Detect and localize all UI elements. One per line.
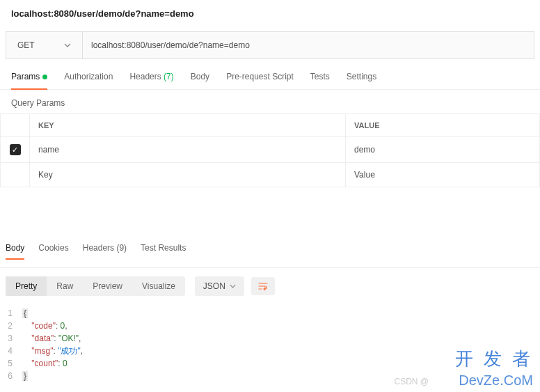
params-active-dot-icon <box>42 75 47 79</box>
request-tabs: Params Authorization Headers (7) Body Pr… <box>0 59 540 90</box>
line-number: 1 <box>0 307 22 320</box>
line-number: 2 <box>0 320 22 332</box>
http-method-label: GET <box>17 40 35 50</box>
checkbox-col-header <box>1 114 30 137</box>
tab-tests[interactable]: Tests <box>310 72 330 89</box>
wrap-lines-button[interactable] <box>251 277 275 295</box>
format-select[interactable]: JSON <box>195 276 244 296</box>
line-number: 5 <box>0 357 22 370</box>
request-title: localhost:8080/user/demo/de?name=demo <box>0 0 540 27</box>
resp-tab-test-results[interactable]: Test Results <box>141 243 186 259</box>
response-body-code[interactable]: 1{ 2 "code": 0, 3 "data": "OK!", 4 "msg"… <box>0 304 540 385</box>
resp-tab-headers[interactable]: Headers (9) <box>83 243 127 259</box>
value-column-header: VALUE <box>346 114 540 137</box>
key-column-header: KEY <box>30 114 346 137</box>
tab-authorization[interactable]: Authorization <box>64 72 113 89</box>
line-number: 3 <box>0 332 22 345</box>
row-checkbox[interactable]: ✓ <box>10 144 21 155</box>
view-pretty-button[interactable]: Pretty <box>6 276 47 296</box>
chevron-down-icon <box>230 284 236 288</box>
response-tabs: Body Cookies Headers (9) Test Results <box>0 243 540 268</box>
param-value-cell[interactable]: demo <box>346 137 540 163</box>
view-preview-button[interactable]: Preview <box>83 276 132 296</box>
body-toolbar: Pretty Raw Preview Visualize JSON <box>0 268 540 304</box>
tab-headers[interactable]: Headers (7) <box>129 72 173 89</box>
resp-tab-body[interactable]: Body <box>6 243 24 260</box>
line-number: 6 <box>0 370 22 382</box>
param-key-placeholder[interactable]: Key <box>30 163 346 187</box>
table-row-empty[interactable]: Key Value <box>1 163 540 187</box>
tab-body[interactable]: Body <box>191 72 209 89</box>
wrap-icon <box>258 282 268 290</box>
tab-settings[interactable]: Settings <box>347 72 376 89</box>
chevron-down-icon <box>64 43 71 47</box>
query-params-table: KEY VALUE ✓ name demo Key Value <box>0 113 540 187</box>
param-value-placeholder[interactable]: Value <box>346 163 540 187</box>
param-key-cell[interactable]: name <box>30 137 346 163</box>
query-params-title: Query Params <box>0 90 540 113</box>
http-method-select[interactable]: GET <box>6 32 83 58</box>
url-input[interactable] <box>83 32 534 58</box>
tab-prerequest[interactable]: Pre-request Script <box>226 72 294 89</box>
view-mode-group: Pretty Raw Preview Visualize <box>6 276 185 296</box>
table-row[interactable]: ✓ name demo <box>1 137 540 163</box>
resp-tab-cookies[interactable]: Cookies <box>38 243 68 259</box>
line-number: 4 <box>0 345 22 357</box>
view-visualize-button[interactable]: Visualize <box>132 276 185 296</box>
request-bar: GET <box>6 31 534 59</box>
view-raw-button[interactable]: Raw <box>47 276 83 296</box>
tab-params[interactable]: Params <box>11 72 47 90</box>
